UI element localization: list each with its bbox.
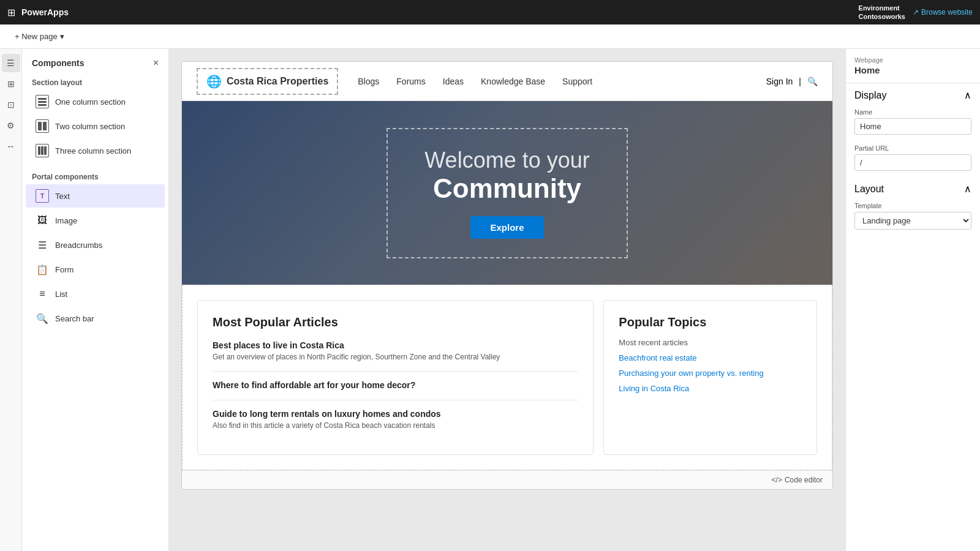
article-item-title-2: Guide to long term rentals on luxury hom… — [213, 409, 578, 419]
article-item-2: Guide to long term rentals on luxury hom… — [213, 409, 578, 430]
popular-topics-subtitle: Most recent articles — [619, 338, 802, 347]
nav-icon-data[interactable]: ⊡ — [2, 96, 20, 114]
sidebar-item-label: Search bar — [55, 314, 94, 323]
hero-title-line2: Community — [424, 173, 589, 204]
close-icon[interactable]: × — [153, 58, 159, 69]
nav-link-knowledge-base[interactable]: Knowledge Base — [481, 77, 545, 86]
sidebar-item-two-column[interactable]: Two column section — [26, 114, 165, 138]
article-item-0: Best places to live in Costa Rica Get an… — [213, 340, 578, 361]
sidebar-item-text[interactable]: T Text — [26, 184, 165, 208]
search-icon[interactable]: 🔍 — [807, 77, 818, 86]
popular-topics-title: Popular Topics — [619, 315, 802, 329]
most-popular-articles-title: Most Popular Articles — [213, 315, 578, 329]
most-popular-articles-column: Most Popular Articles Best places to liv… — [197, 300, 594, 455]
image-icon: 🖼 — [36, 214, 49, 227]
sidebar-item-label: Three column section — [55, 146, 131, 156]
right-panel: Webpage Home Display ∧ Name Partial URL … — [845, 49, 980, 551]
sidebar-item-list[interactable]: ≡ List — [26, 282, 165, 305]
display-collapse-row[interactable]: Display ∧ — [846, 83, 980, 105]
environment-info: Environment Contosoworks — [859, 4, 905, 21]
new-page-button[interactable]: + New page ▾ — [10, 29, 69, 43]
website-nav-links: Blogs Forums Ideas Knowledge Base Suppor… — [358, 77, 592, 86]
layout-section-label: Layout — [854, 184, 884, 195]
layout-collapse-row[interactable]: Layout ∧ — [846, 177, 980, 198]
nav-link-support[interactable]: Support — [562, 77, 592, 86]
apps-icon[interactable]: ⊞ — [7, 7, 15, 18]
search-bar-icon: 🔍 — [36, 312, 49, 325]
sidebar-item-image[interactable]: 🖼 Image — [26, 209, 165, 232]
sidebar-item-label: Two column section — [55, 122, 125, 131]
hero-section: Welcome to your Community Explore — [182, 101, 832, 285]
two-column-icon — [36, 119, 49, 133]
code-editor-icon: </> — [772, 476, 782, 484]
text-icon: T — [36, 189, 49, 203]
nav-link-ideas[interactable]: Ideas — [443, 77, 464, 86]
list-icon: ≡ — [36, 287, 49, 301]
nav-link-blogs[interactable]: Blogs — [358, 77, 379, 86]
article-item-1: Where to find affordable art for your ho… — [213, 380, 578, 390]
popular-link-0[interactable]: Beachfront real estate — [619, 353, 802, 362]
sidebar-item-three-column[interactable]: Three column section — [26, 139, 165, 162]
sidebar-item-label: Text — [55, 192, 70, 201]
article-divider-2 — [213, 400, 578, 400]
sidebar-item-label: List — [55, 290, 67, 299]
sidebar-item-search-bar[interactable]: 🔍 Search bar — [26, 307, 165, 330]
popular-link-2[interactable]: Living in Costa Rica — [619, 384, 802, 393]
explore-button[interactable]: Explore — [470, 216, 543, 239]
name-field: Name — [846, 105, 980, 141]
name-input[interactable] — [854, 118, 971, 135]
website-nav-right: Sign In | 🔍 — [766, 77, 818, 86]
form-icon: 📋 — [36, 263, 49, 276]
partial-url-input[interactable] — [854, 154, 971, 171]
chevron-up-icon: ∧ — [964, 89, 971, 101]
hero-content-box: Welcome to your Community Explore — [386, 128, 627, 258]
nav-icon-pages[interactable]: ☰ — [2, 54, 20, 72]
nav-icon-components[interactable]: ⊞ — [2, 75, 20, 93]
name-label: Name — [854, 108, 971, 116]
sidebar-item-label: Image — [55, 216, 77, 225]
left-sidebar: Components × Section layout One column s… — [22, 49, 169, 551]
page-name: Home — [854, 64, 971, 75]
sidebar-title: Components — [32, 58, 85, 68]
nav-icon-expand[interactable]: ↔ — [2, 137, 20, 156]
popular-link-1[interactable]: Purchasing your own property vs. renting — [619, 369, 802, 378]
article-item-title-0: Best places to live in Costa Rica — [213, 340, 578, 350]
sidebar-item-label: Form — [55, 265, 74, 274]
sidebar-item-breadcrumbs[interactable]: ☰ Breadcrumbs — [26, 233, 165, 257]
template-select[interactable]: Landing page — [854, 212, 971, 230]
app-name: PowerApps — [21, 7, 69, 17]
article-item-title-1: Where to find affordable art for your ho… — [213, 380, 578, 390]
website-preview: 🌐 Costa Rica Properties Blogs Forums Ide… — [181, 61, 833, 490]
left-nav: ☰ ⊞ ⊡ ⚙ ↔ — [0, 49, 22, 551]
main-layout: ☰ ⊞ ⊡ ⚙ ↔ Components × Section layout On… — [0, 49, 980, 551]
breadcrumbs-icon: ☰ — [36, 238, 49, 252]
sidebar-item-one-column[interactable]: One column section — [26, 90, 165, 113]
right-panel-page-info: Webpage Home — [846, 49, 980, 83]
sidebar-item-label: One column section — [55, 97, 126, 107]
chevron-down-icon: ▾ — [60, 32, 64, 41]
nav-icon-settings[interactable]: ⚙ — [2, 116, 20, 135]
code-editor-button[interactable]: </> Code editor — [772, 476, 823, 484]
sidebar-item-form[interactable]: 📋 Form — [26, 258, 165, 281]
one-column-icon — [36, 95, 49, 108]
three-column-icon — [36, 144, 49, 157]
article-item-desc-2: Also find in this article a variety of C… — [213, 421, 578, 430]
two-column-section: Most Popular Articles Best places to liv… — [182, 285, 832, 470]
sign-in-link[interactable]: Sign In — [766, 77, 793, 86]
website-logo: 🌐 Costa Rica Properties — [197, 68, 338, 95]
nav-divider: | — [799, 77, 801, 86]
portal-components-label: Portal components — [22, 169, 168, 184]
sidebar-header: Components × — [22, 49, 168, 75]
article-divider — [213, 371, 578, 372]
browse-website-button[interactable]: ↗ Browse website — [913, 8, 973, 17]
partial-url-field: Partial URL — [846, 141, 980, 177]
globe-icon: 🌐 — [206, 74, 222, 89]
canvas-area: 🌐 Costa Rica Properties Blogs Forums Ide… — [169, 49, 845, 551]
section-layout-label: Section layout — [22, 75, 168, 89]
nav-link-forums[interactable]: Forums — [396, 77, 425, 86]
webpage-label: Webpage — [854, 56, 971, 64]
code-editor-bar: </> Code editor — [182, 470, 832, 489]
display-section-label: Display — [854, 90, 886, 101]
secondbar: + New page ▾ — [0, 24, 980, 49]
topbar: ⊞ PowerApps Environment Contosoworks ↗ B… — [0, 0, 980, 24]
